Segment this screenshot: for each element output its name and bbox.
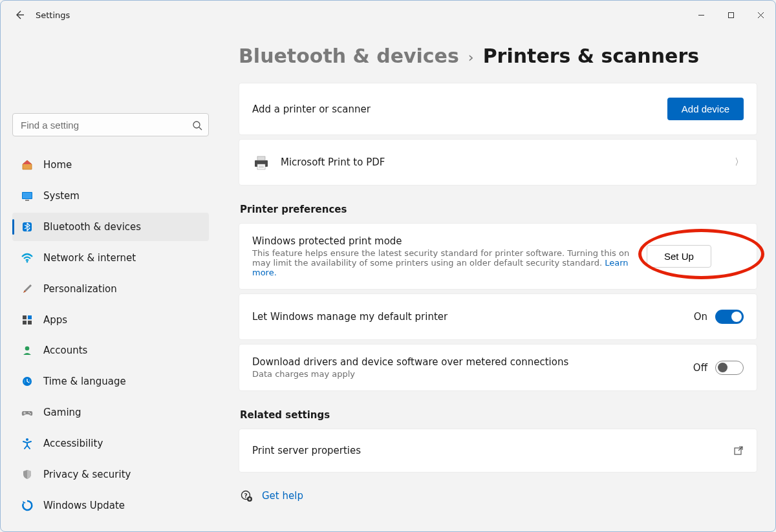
- sidebar-item-personalization[interactable]: Personalization: [12, 275, 209, 303]
- home-icon: [20, 158, 34, 172]
- get-help-link[interactable]: Get help: [262, 490, 303, 502]
- metered-title: Download drivers and device software ove…: [252, 356, 693, 368]
- svg-point-19: [30, 413, 31, 414]
- svg-rect-12: [23, 315, 27, 319]
- sidebar-item-bluetooth[interactable]: Bluetooth & devices: [12, 213, 209, 241]
- svg-rect-1: [728, 12, 733, 17]
- svg-point-18: [28, 412, 30, 413]
- sidebar-item-system[interactable]: System: [12, 182, 209, 210]
- sidebar-item-label: System: [43, 190, 80, 202]
- open-external-icon: [733, 445, 744, 456]
- main-content: Bluetooth & devices › Printers & scanner…: [221, 29, 775, 531]
- print-server-label: Print server properties: [252, 445, 733, 456]
- sidebar-item-label: Privacy & security: [43, 469, 131, 480]
- breadcrumb-current: Printers & scanners: [483, 45, 699, 67]
- svg-point-5: [193, 122, 200, 128]
- wifi-icon: [20, 251, 34, 265]
- privacy-icon: [20, 467, 34, 482]
- svg-point-11: [27, 261, 28, 262]
- title-bar: Settings: [1, 1, 775, 29]
- window-title: Settings: [36, 10, 70, 20]
- sidebar-item-network[interactable]: Network & internet: [12, 244, 209, 272]
- manage-default-title: Let Windows manage my default printer: [252, 311, 694, 323]
- bluetooth-icon: [20, 220, 34, 234]
- protected-print-row: Windows protected print mode This featur…: [239, 223, 757, 290]
- print-server-row[interactable]: Print server properties: [239, 429, 757, 473]
- metered-row: Download drivers and device software ove…: [239, 344, 757, 391]
- svg-line-6: [199, 127, 202, 130]
- sidebar-item-label: Network & internet: [43, 252, 136, 264]
- sidebar: Home System Bluetooth & devices Network …: [1, 29, 221, 531]
- svg-point-16: [25, 346, 30, 351]
- related-header: Related settings: [240, 409, 757, 421]
- add-device-label: Add a printer or scanner: [252, 103, 667, 115]
- brush-icon: [20, 282, 34, 296]
- sidebar-item-accessibility[interactable]: Accessibility: [12, 429, 209, 458]
- accounts-icon: [20, 343, 34, 357]
- svg-rect-15: [28, 321, 32, 325]
- breadcrumb-parent[interactable]: Bluetooth & devices: [239, 45, 459, 67]
- back-button[interactable]: [14, 9, 25, 21]
- help-row: ? Get help: [239, 476, 757, 515]
- manage-default-toggle[interactable]: [715, 310, 744, 324]
- metered-toggle[interactable]: [715, 361, 744, 375]
- apps-icon: [20, 313, 34, 327]
- add-device-button[interactable]: Add device: [667, 98, 744, 120]
- toggle-state-label: On: [694, 311, 707, 323]
- sidebar-item-label: Bluetooth & devices: [43, 221, 141, 233]
- chevron-right-icon: ›: [468, 47, 474, 65]
- chevron-right-icon: 〉: [735, 156, 744, 168]
- printer-icon: [252, 155, 270, 169]
- toggle-state-label: Off: [693, 362, 707, 374]
- sidebar-item-accounts[interactable]: Accounts: [12, 337, 209, 365]
- sidebar-item-label: Gaming: [43, 407, 81, 418]
- svg-rect-9: [25, 200, 29, 201]
- search-icon: [192, 120, 202, 131]
- maximize-button[interactable]: [716, 2, 746, 28]
- printer-row[interactable]: Microsoft Print to PDF 〉: [239, 139, 757, 186]
- sidebar-item-label: Personalization: [43, 283, 117, 295]
- gaming-icon: [20, 405, 34, 420]
- sidebar-item-label: Windows Update: [43, 500, 125, 511]
- minimize-button[interactable]: [686, 2, 716, 28]
- sidebar-item-label: Accessibility: [43, 438, 103, 449]
- sidebar-item-gaming[interactable]: Gaming: [12, 398, 209, 427]
- help-icon: ?: [240, 489, 253, 502]
- accessibility-icon: [20, 436, 34, 451]
- svg-rect-22: [257, 156, 265, 160]
- manage-default-row: Let Windows manage my default printer On: [239, 293, 757, 340]
- update-icon: [20, 498, 34, 513]
- sidebar-item-label: Home: [43, 159, 72, 171]
- close-button[interactable]: [746, 2, 775, 28]
- protected-print-title: Windows protected print mode: [252, 235, 647, 247]
- preferences-header: Printer preferences: [240, 204, 757, 215]
- svg-rect-23: [257, 164, 265, 169]
- svg-text:?: ?: [244, 493, 247, 499]
- svg-rect-8: [23, 193, 32, 198]
- sidebar-item-label: Apps: [43, 314, 67, 326]
- sidebar-item-home[interactable]: Home: [12, 151, 209, 179]
- sidebar-item-update[interactable]: Windows Update: [12, 491, 209, 520]
- add-device-row: Add a printer or scanner Add device: [239, 83, 757, 135]
- sidebar-item-privacy[interactable]: Privacy & security: [12, 460, 209, 489]
- time-icon: [20, 374, 34, 388]
- search-input[interactable]: [12, 113, 209, 136]
- sidebar-item-apps[interactable]: Apps: [12, 306, 209, 334]
- sidebar-item-label: Accounts: [43, 345, 87, 356]
- breadcrumb: Bluetooth & devices › Printers & scanner…: [239, 29, 757, 83]
- protected-print-desc: This feature helps ensure the latest sec…: [252, 248, 647, 277]
- svg-point-20: [26, 438, 28, 441]
- set-up-button[interactable]: Set Up: [647, 245, 711, 268]
- settings-window: Settings Home System Bluetooth & devices: [0, 0, 776, 532]
- system-icon: [20, 189, 34, 203]
- printer-name: Microsoft Print to PDF: [281, 156, 728, 168]
- sidebar-item-time[interactable]: Time & language: [12, 367, 209, 396]
- svg-rect-13: [28, 315, 32, 319]
- metered-subtitle: Data charges may apply: [252, 369, 693, 379]
- svg-rect-14: [23, 321, 27, 325]
- window-controls: [686, 1, 775, 29]
- sidebar-item-label: Time & language: [43, 376, 126, 387]
